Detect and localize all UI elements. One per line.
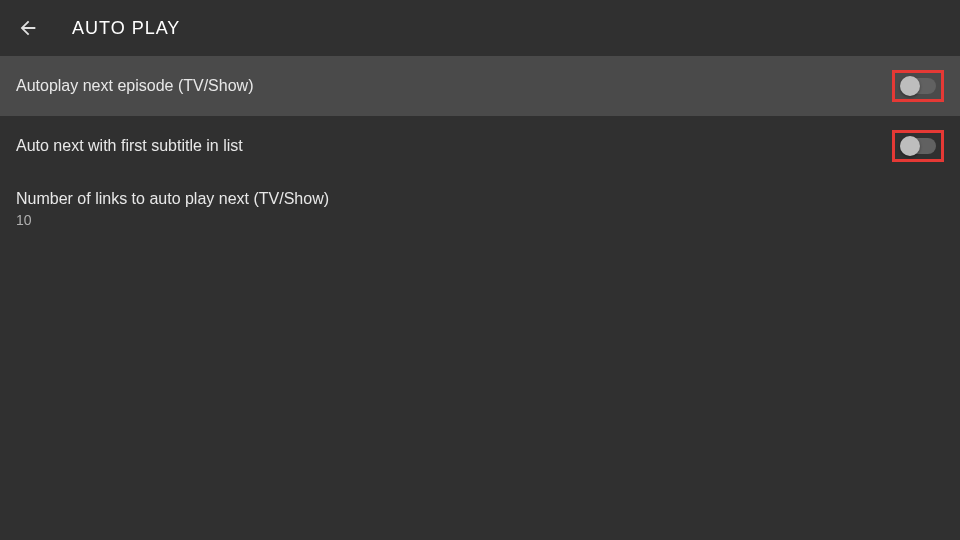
- setting-value: 10: [16, 212, 329, 228]
- setting-label: Autoplay next episode (TV/Show): [16, 77, 253, 95]
- toggle-track: [900, 138, 936, 154]
- setting-text-block: Number of links to auto play next (TV/Sh…: [16, 190, 329, 228]
- setting-autoplay-next-episode[interactable]: Autoplay next episode (TV/Show): [0, 56, 960, 116]
- settings-list: Autoplay next episode (TV/Show) Auto nex…: [0, 56, 960, 242]
- toggle-auto-next-subtitle[interactable]: [892, 130, 944, 162]
- page-title: AUTO PLAY: [72, 18, 180, 39]
- toggle-autoplay-next-episode[interactable]: [892, 70, 944, 102]
- back-arrow-icon[interactable]: [16, 16, 40, 40]
- setting-number-of-links[interactable]: Number of links to auto play next (TV/Sh…: [0, 176, 960, 242]
- setting-auto-next-subtitle[interactable]: Auto next with first subtitle in list: [0, 116, 960, 176]
- toggle-thumb: [900, 136, 920, 156]
- setting-label: Number of links to auto play next (TV/Sh…: [16, 190, 329, 208]
- header: AUTO PLAY: [0, 0, 960, 56]
- toggle-track: [900, 78, 936, 94]
- toggle-thumb: [900, 76, 920, 96]
- setting-label: Auto next with first subtitle in list: [16, 137, 243, 155]
